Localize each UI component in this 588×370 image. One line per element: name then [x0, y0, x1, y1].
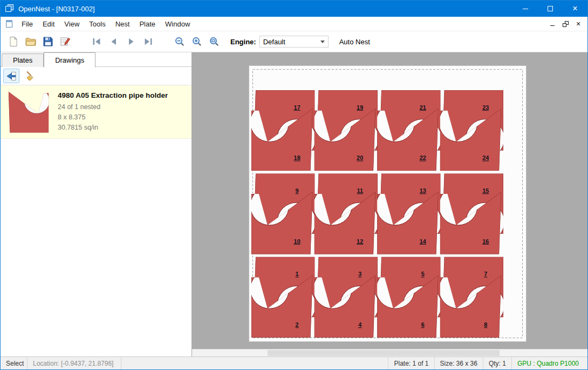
nested-pair[interactable]: 2122 — [376, 90, 442, 171]
menu-file[interactable]: File — [17, 17, 38, 31]
menu-plate[interactable]: Plate — [134, 17, 160, 31]
engine-select[interactable]: Default — [259, 36, 329, 48]
zoom-fit-icon — [209, 36, 220, 47]
status-bar: Select Location: [-0.9437, 21.8796] Plat… — [1, 356, 587, 369]
part-number: 22 — [420, 154, 426, 161]
app-window: OpenNest - [N0317-002] × File Edit View … — [0, 0, 588, 370]
go-first-button[interactable] — [88, 33, 105, 50]
part-number: 20 — [357, 154, 363, 161]
part-number: 16 — [482, 238, 489, 245]
nested-pair[interactable]: 78 — [439, 257, 505, 338]
part-number: 3 — [358, 271, 361, 277]
part-nested-count: 24 of 1 nested — [58, 102, 168, 112]
tab-drawings[interactable]: Drawings — [44, 52, 95, 68]
part-title: 4980 A05 Extraction pipe holder — [58, 91, 168, 99]
engine-label: Engine: — [230, 38, 256, 46]
menu-view[interactable]: View — [59, 17, 84, 31]
go-first-icon — [91, 36, 102, 47]
zoom-in-button[interactable] — [188, 33, 206, 50]
close-button[interactable]: × — [563, 1, 587, 17]
drawing-list-item[interactable]: 4980 A05 Extraction pipe holder 24 of 1 … — [1, 85, 192, 139]
part-number: 23 — [482, 104, 489, 111]
go-last-icon — [143, 36, 154, 47]
clean-broom-icon — [25, 71, 36, 82]
mdi-close-icon: × — [576, 20, 580, 28]
nested-pair[interactable]: 1314 — [376, 173, 442, 254]
menu-bar: File Edit View Tools Nest Plate Window × — [1, 17, 587, 31]
mdi-restore-button[interactable] — [562, 20, 569, 28]
status-size: Size: 36 x 36 — [434, 357, 483, 369]
maximize-icon — [548, 6, 553, 11]
new-button[interactable] — [5, 33, 22, 50]
tab-plates[interactable]: Plates — [2, 53, 44, 67]
mdi-minimize-button[interactable] — [549, 20, 556, 28]
minimize-button[interactable] — [513, 1, 538, 17]
part-number: 12 — [357, 238, 363, 245]
zoom-out-icon — [174, 36, 185, 47]
zoom-out-button[interactable] — [171, 33, 188, 50]
part-dimensions: 8 x 8.375 — [58, 112, 168, 123]
nested-pair[interactable]: 2324 — [439, 90, 505, 171]
plate-sheet[interactable]: 171819202122232491011121314151612345678 — [249, 65, 527, 342]
minimize-icon — [523, 9, 528, 9]
status-location: Location: [-0.9437, 21.8796] — [28, 357, 121, 369]
save-button[interactable] — [39, 33, 57, 50]
go-last-button[interactable] — [140, 33, 157, 50]
status-plate: Plate: 1 of 1 — [388, 357, 434, 369]
nested-pair[interactable]: 12 — [250, 257, 316, 338]
horizontal-scrollbar[interactable] — [192, 349, 587, 356]
menu-nest[interactable]: Nest — [111, 17, 135, 31]
mdi-restore-icon — [563, 21, 569, 27]
open-button[interactable] — [22, 33, 39, 50]
menu-edit[interactable]: Edit — [38, 17, 59, 31]
status-mode: Select — [1, 357, 28, 369]
part-area: 30.7815 sq/in — [58, 123, 168, 133]
save-edit-button[interactable] — [57, 33, 74, 50]
go-next-button[interactable] — [122, 33, 140, 50]
title-bar: OpenNest - [N0317-002] × — [1, 1, 587, 17]
nested-pair[interactable]: 1516 — [439, 173, 505, 254]
nested-pair[interactable]: 34 — [313, 257, 379, 338]
close-icon: × — [572, 4, 577, 13]
nested-pair[interactable]: 1112 — [313, 173, 379, 254]
nested-pair[interactable]: 910 — [250, 173, 316, 254]
part-number: 21 — [420, 104, 426, 111]
part-thumbnail — [5, 90, 52, 133]
open-folder-icon — [25, 36, 36, 47]
go-previous-icon — [108, 36, 119, 47]
go-next-icon — [126, 36, 136, 47]
part-number: 1 — [296, 271, 299, 277]
part-number: 13 — [420, 187, 426, 194]
drawings-toolbar — [1, 67, 192, 85]
maximize-button[interactable] — [538, 1, 563, 17]
zoom-fit-button[interactable] — [206, 33, 223, 50]
menu-window[interactable]: Window — [160, 17, 195, 31]
clean-button[interactable] — [22, 69, 38, 83]
part-number: 7 — [484, 271, 487, 277]
part-number: 19 — [357, 104, 363, 111]
part-number: 8 — [484, 321, 487, 328]
part-number: 9 — [296, 187, 299, 194]
auto-nest-button[interactable]: Auto Nest — [336, 36, 373, 48]
nest-canvas[interactable]: 171819202122232491011121314151612345678 — [192, 52, 587, 356]
part-number: 2 — [296, 321, 299, 328]
engine-value: Default — [263, 38, 320, 46]
status-gpu: GPU : Quadro P1000 — [511, 357, 587, 369]
save-edit-icon — [60, 36, 71, 47]
mdi-minimize-icon — [550, 25, 555, 26]
part-number: 11 — [357, 187, 363, 194]
nested-pair[interactable]: 56 — [376, 257, 442, 338]
new-page-icon — [8, 36, 19, 47]
mdi-close-button[interactable]: × — [575, 20, 582, 28]
document-icon[interactable] — [5, 19, 13, 28]
go-previous-button[interactable] — [105, 33, 122, 50]
nested-pair[interactable]: 1718 — [250, 90, 316, 171]
app-icon — [5, 4, 14, 13]
send-to-plate-icon — [6, 71, 17, 82]
menu-tools[interactable]: Tools — [84, 17, 110, 31]
part-number: 5 — [421, 271, 425, 277]
part-number: 24 — [482, 154, 489, 161]
scrollbar-thumb[interactable] — [268, 350, 500, 356]
nested-pair[interactable]: 1920 — [313, 90, 379, 171]
send-to-plate-button[interactable] — [3, 69, 19, 83]
